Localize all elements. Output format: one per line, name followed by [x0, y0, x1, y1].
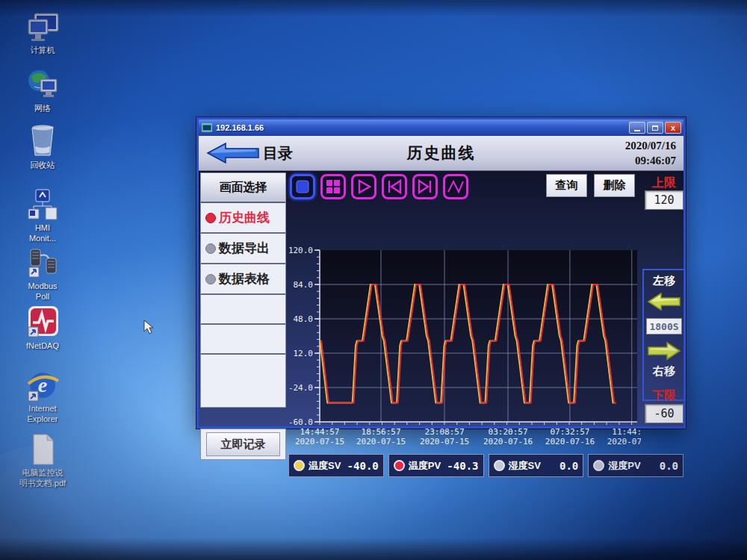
single-view-icon [295, 179, 310, 194]
right-arrow-icon [647, 340, 681, 361]
delete-button[interactable]: 删除 [594, 174, 635, 197]
sidebar-item-label: 数据表格 [219, 270, 270, 287]
sidebar-item-history-curve[interactable]: 历史曲线 [201, 203, 285, 234]
move-left-label: 左移 [653, 274, 675, 288]
minimize-button[interactable] [629, 122, 645, 134]
svg-text:2020-07-15: 2020-07-15 [356, 437, 406, 447]
curve-mode-button[interactable] [443, 174, 468, 199]
svg-text:2020-07-16: 2020-07-16 [483, 437, 533, 447]
modbus-poll-icon [11, 246, 74, 279]
datetime-display: 2020/07/16 09:46:07 [625, 138, 676, 169]
move-right-button[interactable] [647, 340, 681, 361]
legend-label: 温度SV [309, 459, 341, 473]
desktop-icon-recycle-bin[interactable]: 回收站 [11, 125, 74, 171]
desktop-icon-label: 电脑监控说 明书文档.pdf [11, 468, 74, 489]
svg-text:14:44:57: 14:44:57 [300, 427, 340, 437]
desktop-icon-fnetdaq[interactable]: fNetDAQ [11, 306, 74, 352]
legend-label: 湿度SV [509, 459, 541, 473]
legend-label: 湿度PV [608, 459, 640, 473]
grid-view-button[interactable] [320, 174, 346, 199]
desktop-icon-hmi-monitor[interactable]: HMI Monit... [11, 188, 74, 244]
legend-value: -40.3 [447, 460, 478, 472]
trend-plot[interactable]: 120.084.048.012.0-24.0-60.014:44:572020-… [288, 240, 641, 449]
maximize-icon [652, 125, 658, 131]
svg-text:120.0: 120.0 [288, 246, 313, 255]
window-titlebar[interactable]: 192.168.1.66 x [199, 119, 684, 136]
record-now-button[interactable]: 立即记录 [206, 432, 280, 456]
play-button[interactable] [351, 174, 376, 199]
screen-photo: 计算机 网络 回收站 HMI Monit... Modbus Poll fNet… [0, 0, 747, 560]
svg-text:12.0: 12.0 [294, 349, 314, 358]
legend-value: 0.0 [560, 460, 578, 472]
curve-icon [447, 178, 465, 195]
desktop-icon-pdf-document[interactable]: 电脑监控说 明书文档.pdf [11, 433, 74, 489]
svg-text:-24.0: -24.0 [288, 383, 313, 393]
sidebar-item-data-export[interactable]: 数据导出 [201, 234, 285, 264]
history-chart[interactable]: 120.084.048.012.0-24.0-60.014:44:572020-… [288, 240, 641, 449]
move-right-label: 右移 [653, 364, 675, 379]
desktop-icon-label: Modbus Poll [11, 281, 74, 302]
app-window-icon [202, 123, 212, 132]
sidebar-item-data-table[interactable]: 数据表格 [201, 264, 285, 295]
legend-value: 0.0 [660, 460, 678, 472]
single-view-button[interactable] [290, 174, 315, 199]
svg-text:07:32:57: 07:32:57 [550, 427, 589, 437]
desktop-icon-modbus-poll[interactable]: Modbus Poll [11, 246, 74, 302]
desktop-icon-label: 网络 [11, 104, 74, 114]
close-icon: x [671, 124, 675, 132]
app-header: 目录 历史曲线 2020/07/16 09:46:07 [199, 136, 684, 171]
desktop-icon-internet-explorer[interactable]: e Internet Explorer [11, 369, 74, 425]
desktop-icon-network[interactable]: 网络 [11, 69, 74, 114]
legend-item-humidity-pv[interactable]: 湿度PV 0.0 [588, 454, 684, 477]
back-to-menu-button[interactable]: 目录 [206, 142, 293, 164]
lower-limit-value[interactable]: -60 [645, 404, 684, 423]
upper-limit-label: 上限 [642, 175, 686, 191]
svg-text:-60.0: -60.0 [288, 417, 313, 427]
svg-text:2020-07-15: 2020-07-15 [420, 437, 469, 447]
interval-value[interactable]: 1800S [646, 318, 682, 335]
bullet-icon [205, 213, 216, 223]
desktop-icon-computer[interactable]: 计算机 [11, 10, 74, 56]
back-arrow-icon [206, 142, 260, 164]
back-button-label: 目录 [263, 143, 293, 164]
legend-bar: 温度SV -40.0 温度PV -40.3 湿度SV 0.0 湿度PV 0.0 [288, 454, 684, 477]
move-left-button[interactable] [647, 291, 681, 312]
page-title: 历史曲线 [407, 143, 476, 164]
bullet-icon [205, 274, 216, 284]
chart-toolbar [290, 174, 468, 202]
desktop-icon-label: HMI Monit... [11, 223, 74, 244]
desktop-icon-label: fNetDAQ [11, 341, 74, 352]
temp-pv-color-icon [394, 460, 405, 471]
legend-item-humidity-sv[interactable]: 湿度SV 0.0 [489, 454, 584, 477]
skip-start-button[interactable] [382, 174, 407, 199]
humidity-pv-color-icon [593, 460, 604, 471]
legend-item-temp-pv[interactable]: 温度PV -40.3 [388, 454, 484, 477]
hmi-window: 192.168.1.66 x 目录 历史曲线 2020/07/16 09:46:… [196, 117, 686, 429]
network-icon [11, 69, 74, 102]
fnetdaq-icon [11, 306, 74, 339]
skip-end-icon [417, 178, 433, 195]
temp-sv-color-icon [294, 460, 305, 471]
recycle-bin-icon [11, 125, 74, 158]
sidebar-item-label: 数据导出 [219, 240, 270, 257]
sidebar: 画面选择 历史曲线 数据导出 数据表格 [200, 172, 286, 408]
maximize-button[interactable] [647, 122, 663, 134]
svg-text:84.0: 84.0 [294, 280, 314, 290]
bullet-icon [205, 243, 216, 254]
close-button[interactable]: x [665, 122, 681, 134]
svg-text:2020-07-16: 2020-07-16 [545, 437, 595, 447]
minimize-icon [634, 130, 640, 131]
internet-explorer-icon: e [11, 369, 74, 402]
upper-limit-value[interactable]: 120 [645, 190, 684, 210]
play-icon [356, 178, 372, 195]
query-button[interactable]: 查询 [546, 174, 587, 197]
lower-limit-label: 下限 [642, 388, 686, 404]
skip-end-button[interactable] [412, 174, 438, 199]
legend-label: 温度PV [409, 459, 441, 473]
legend-item-temp-sv[interactable]: 温度SV -40.0 [288, 454, 384, 477]
sidebar-empty-cell [201, 325, 285, 355]
svg-text:23:08:57: 23:08:57 [425, 427, 465, 437]
pdf-document-icon [11, 433, 74, 466]
humidity-sv-color-icon [494, 460, 505, 471]
app-body: 画面选择 历史曲线 数据导出 数据表格 立即记录 [199, 171, 684, 426]
